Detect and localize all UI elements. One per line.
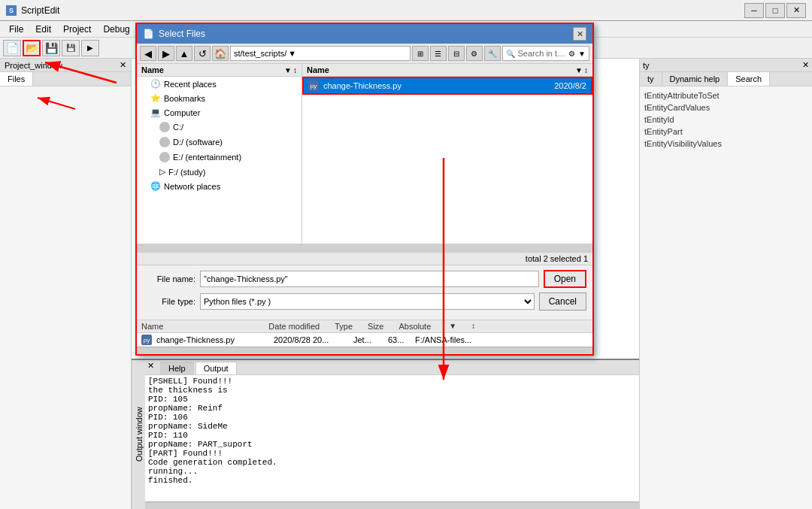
filetype-label: File type: bbox=[143, 297, 195, 306]
menu-file[interactable]: File bbox=[3, 23, 29, 36]
minimize-button[interactable]: ─ bbox=[744, 3, 764, 18]
dialog-path-bar[interactable]: st/test_scripts/ ▼ bbox=[230, 46, 411, 61]
dialog-path-text: st/test_scripts/ bbox=[234, 49, 286, 58]
output-tab[interactable]: Output bbox=[195, 362, 237, 374]
bottom-row-size: 63... bbox=[388, 335, 411, 344]
right-panel-close[interactable]: ✕ bbox=[802, 60, 809, 70]
help-tab[interactable]: Help bbox=[160, 362, 194, 374]
output-line-12: finished. bbox=[148, 476, 636, 485]
output-line-1: [PSHELL] Found!!! bbox=[148, 377, 636, 386]
file-item-change-thickness[interactable]: py change-Thickness.py 2020/8/2 bbox=[302, 77, 592, 95]
dialog-search-bar[interactable]: 🔍 Search in t… ⚙ ▼ bbox=[502, 46, 590, 61]
output-line-4: propName: Reinf bbox=[148, 404, 636, 413]
bottom-header-filter-icon[interactable]: ▼ bbox=[449, 322, 456, 331]
file-scrollbar-h[interactable] bbox=[302, 244, 592, 252]
maximize-button[interactable]: □ bbox=[765, 3, 785, 18]
dynamic-help-tab[interactable]: Dynamic help bbox=[662, 72, 729, 86]
tree-item-f-drive[interactable]: ▷ F:/ (study) bbox=[137, 165, 301, 179]
dialog-list-btn[interactable]: ☰ bbox=[430, 46, 447, 61]
right-panel-title: ty bbox=[643, 61, 650, 70]
menu-edit[interactable]: Edit bbox=[29, 23, 57, 36]
run-button[interactable]: ▶ bbox=[81, 40, 99, 56]
file-panel: Name ▼ ↕ py change-Thickness.py 2020/8/2 bbox=[302, 64, 592, 244]
bottom-header-sort-icon[interactable]: ↕ bbox=[471, 322, 475, 331]
output-content: [PSHELL] Found!!! the thickness is PID: … bbox=[145, 375, 639, 501]
open-file-button[interactable]: 📂 bbox=[23, 40, 41, 56]
new-file-button[interactable]: 📄 bbox=[3, 40, 21, 56]
output-side-label: Output window bbox=[132, 360, 145, 509]
search-settings-icon[interactable]: ⚙ bbox=[568, 50, 575, 58]
output-scrollbar-h[interactable] bbox=[145, 501, 639, 509]
dialog-settings-btn[interactable]: ⚙ bbox=[466, 46, 483, 61]
ty-tab[interactable]: ty bbox=[640, 72, 662, 86]
filetype-select[interactable]: Python files (*.py ) bbox=[200, 293, 535, 310]
open-button[interactable]: Open bbox=[544, 270, 586, 288]
save-as-button[interactable]: 💾 bbox=[62, 40, 80, 56]
tree-item-recent[interactable]: 🕐 Recent places bbox=[137, 77, 301, 91]
output-line-10: Code generation completed. bbox=[148, 458, 636, 467]
dialog-up-button[interactable]: ▲ bbox=[176, 46, 192, 61]
search-dropdown-icon[interactable]: ▼ bbox=[578, 50, 586, 58]
dialog-detail-btn[interactable]: ⊟ bbox=[448, 46, 465, 61]
cancel-button[interactable]: Cancel bbox=[539, 292, 586, 311]
save-button[interactable]: 💾 bbox=[42, 40, 60, 56]
menu-project[interactable]: Project bbox=[57, 23, 97, 36]
file-header-icons: ▼ ↕ bbox=[575, 66, 588, 74]
project-panel-close[interactable]: ✕ bbox=[120, 60, 126, 70]
output-close-x[interactable]: ✕ bbox=[145, 360, 156, 371]
computer-icon: 💻 bbox=[150, 108, 161, 117]
tree-item-bookmarks[interactable]: ⭐ Bookmarks bbox=[137, 91, 301, 105]
tree-sort-icon[interactable]: ↕ bbox=[293, 66, 297, 74]
tree-item-recent-label: Recent places bbox=[164, 80, 217, 89]
svg-line-1 bbox=[38, 98, 75, 109]
f-drive-icon: ▷ bbox=[159, 167, 165, 177]
tree-filter-icon[interactable]: ▼ bbox=[284, 66, 292, 74]
output-line-7: PID: 110 bbox=[148, 431, 636, 440]
bottom-list-row-0[interactable]: py change-Thickness.py 2020/8/28 20... J… bbox=[137, 333, 592, 347]
dialog-filter-btn[interactable]: 🔧 bbox=[484, 46, 501, 61]
filename-input[interactable] bbox=[200, 271, 539, 287]
project-panel-header: Project_window ✕ bbox=[0, 59, 131, 72]
output-line-9: [PART] Found!!! bbox=[148, 449, 636, 458]
tree-item-e-label: E:/ (entertainment) bbox=[173, 153, 241, 162]
right-panel-item-3: tEntityPart bbox=[644, 126, 807, 138]
search-tab[interactable]: Search bbox=[728, 72, 770, 86]
filename-label: File name: bbox=[143, 274, 195, 283]
file-sort-icon[interactable]: ↕ bbox=[584, 66, 588, 74]
output-line-2: the thickness is bbox=[148, 386, 636, 395]
dialog-close-button[interactable]: ✕ bbox=[573, 27, 586, 41]
bottom-row-absolute: F:/ANSA-files... bbox=[415, 335, 588, 344]
right-panel-item-2: tEntityId bbox=[644, 114, 807, 126]
menu-debug[interactable]: Debug bbox=[97, 23, 135, 36]
dialog-refresh-button[interactable]: ↺ bbox=[194, 46, 211, 61]
bottom-file-icon: py bbox=[141, 335, 152, 345]
dialog-back-button[interactable]: ◀ bbox=[140, 46, 156, 61]
files-tab[interactable]: Files bbox=[0, 72, 33, 86]
file-header-label: Name bbox=[307, 65, 329, 74]
tree-item-computer[interactable]: 💻 Computer bbox=[137, 105, 301, 120]
bottom-list-scrollbar[interactable] bbox=[137, 347, 592, 354]
dialog-forward-button[interactable]: ▶ bbox=[158, 46, 174, 61]
network-icon: 🌐 bbox=[150, 181, 161, 191]
close-button[interactable]: ✕ bbox=[786, 3, 806, 18]
tree-item-d-drive[interactable]: D:/ (software) bbox=[137, 135, 301, 150]
bottom-header-date: Date modified bbox=[268, 322, 320, 331]
dialog-title-text: Select Files bbox=[159, 29, 205, 39]
tree-item-c-drive[interactable]: C:/ bbox=[137, 120, 301, 135]
dialog-scroll-row bbox=[137, 244, 592, 253]
annotation-arrow bbox=[15, 94, 143, 169]
dialog-title-bar: 📄 Select Files ✕ bbox=[137, 24, 592, 44]
output-line-11: running... bbox=[148, 467, 636, 476]
filename-row: File name: Open bbox=[143, 270, 586, 288]
left-panel-tabs: Files bbox=[0, 72, 131, 86]
c-drive-icon bbox=[159, 122, 170, 132]
file-filter-icon[interactable]: ▼ bbox=[575, 66, 583, 74]
title-bar: S ScriptEdit ─ □ ✕ bbox=[0, 0, 812, 21]
dialog-path-dropdown-icon[interactable]: ▼ bbox=[288, 49, 296, 58]
dialog-view-icon-btn[interactable]: ⊞ bbox=[412, 46, 429, 61]
py-file-icon: py bbox=[308, 80, 319, 91]
tree-item-network[interactable]: 🌐 Network places bbox=[137, 179, 301, 193]
dialog-home-button[interactable]: 🏠 bbox=[212, 46, 229, 61]
tree-item-e-drive[interactable]: E:/ (entertainment) bbox=[137, 150, 301, 165]
tree-scrollbar-h[interactable] bbox=[137, 244, 302, 252]
